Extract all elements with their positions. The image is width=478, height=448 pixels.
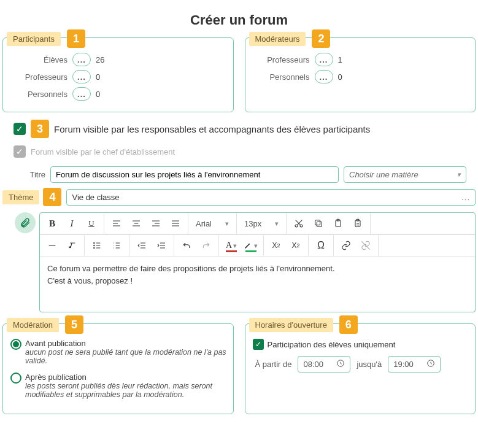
svg-point-10 <box>94 247 94 248</box>
visible-responsables-row: ✓ 3 Forum visible par les responsables e… <box>13 120 476 138</box>
mod-perso-count: 0 <box>338 72 342 82</box>
page-title: Créer un forum <box>2 12 476 28</box>
align-center-button[interactable] <box>128 215 145 231</box>
moderators-profs-row: Professeurs ... 1 <box>252 53 469 66</box>
copy-button[interactable] <box>310 215 327 231</box>
participants-eleves-row: Élèves ... 26 <box>9 53 227 66</box>
theme-value: Vie de classe <box>72 193 119 202</box>
svg-point-8 <box>94 242 94 243</box>
moderation-avant-title: Avant publication <box>25 339 227 348</box>
eleves-count: 26 <box>96 55 104 64</box>
unlink-button[interactable] <box>357 238 374 253</box>
profs-count: 0 <box>96 72 100 82</box>
from-label: À partir de <box>255 360 292 369</box>
moderation-avant-hint: aucun post ne sera publié tant que la mo… <box>25 348 227 365</box>
moderation-apres-hint: les posts seront publiés dès leur rédact… <box>25 382 227 399</box>
moderators-label: Modérateurs <box>249 32 306 46</box>
italic-button[interactable]: I <box>63 215 80 231</box>
time-to-input[interactable]: 19:00 <box>388 356 441 373</box>
time-from-value: 08:00 <box>303 360 323 369</box>
svg-point-1 <box>300 225 303 227</box>
underline-button[interactable]: U <box>83 215 100 231</box>
bold-button[interactable]: B <box>44 215 61 231</box>
mod-profs-picker-button[interactable]: ... <box>315 53 333 66</box>
participants-profs-row: Professeurs ... 0 <box>9 70 227 83</box>
ol-button[interactable] <box>108 238 125 253</box>
eleves-label: Élèves <box>9 55 67 64</box>
moderation-label: Modération <box>7 318 59 332</box>
link-button[interactable] <box>337 238 355 253</box>
rich-text-editor: B I U Arial▾ 13px▾ <box>39 212 476 312</box>
svg-point-0 <box>295 225 298 227</box>
cut-button[interactable] <box>290 215 307 231</box>
paste-text-button[interactable] <box>349 215 366 231</box>
editor-content[interactable]: Ce forum va permettre de faire des propo… <box>40 257 475 312</box>
mod-profs-label: Professeurs <box>252 55 310 64</box>
visible-chef-label: Forum visible par le chef d'établissemen… <box>31 147 175 156</box>
chevron-down-icon: ▾ <box>457 171 461 179</box>
eleves-picker-button[interactable]: ... <box>72 53 91 66</box>
undo-button[interactable] <box>178 238 195 253</box>
subject-select[interactable]: Choisir une matière ▾ <box>344 166 466 183</box>
title-label: Titre <box>21 170 45 179</box>
superscript-button[interactable]: X2 <box>287 238 304 253</box>
clock-icon <box>336 359 345 369</box>
hr-button[interactable] <box>44 238 61 253</box>
highlight-color-button[interactable]: ▾ <box>242 238 260 253</box>
moderation-avant-radio[interactable] <box>10 339 21 350</box>
mod-perso-label: Personnels <box>252 72 310 82</box>
step-badge-3: 3 <box>31 120 49 138</box>
profs-label: Professeurs <box>9 72 67 82</box>
editor-toolbar-2: A▾ ▾ X2 X2 Ω <box>40 234 475 257</box>
paperclip-icon <box>20 217 31 228</box>
subscript-button[interactable]: X2 <box>268 238 285 253</box>
text-color-button[interactable]: A▾ <box>223 238 240 253</box>
moderators-perso-row: Personnels ... 0 <box>252 70 469 83</box>
perso-count: 0 <box>96 90 100 99</box>
paste-button[interactable] <box>330 215 347 231</box>
special-char-button[interactable]: Ω <box>312 238 330 253</box>
title-input[interactable] <box>50 166 339 183</box>
visible-chef-checkbox[interactable]: ✓ <box>13 145 26 158</box>
time-from-input[interactable]: 08:00 <box>298 356 350 373</box>
perso-label: Personnels <box>9 90 67 99</box>
moderation-apres-title: Après publication <box>25 373 227 382</box>
participation-checkbox[interactable]: ✓ <box>253 339 264 350</box>
visible-responsables-checkbox[interactable]: ✓ <box>13 123 26 135</box>
svg-rect-3 <box>315 220 320 225</box>
ul-button[interactable] <box>88 238 106 253</box>
step-badge-6: 6 <box>339 315 358 334</box>
subject-placeholder: Choisir une matière <box>349 170 418 179</box>
indent-button[interactable] <box>153 238 170 253</box>
horaires-panel: Horaires d'ouverture 6 ✓ Participation d… <box>245 323 476 414</box>
step-badge-5: 5 <box>65 315 83 334</box>
attach-button[interactable] <box>15 212 36 233</box>
visible-responsables-label: Forum visible par les responsables et ac… <box>54 124 370 134</box>
moderators-panel: Modérateurs 2 Professeurs ... 1 Personne… <box>245 37 476 112</box>
horaires-label: Horaires d'ouverture <box>249 318 333 332</box>
perso-picker-button[interactable]: ... <box>72 87 91 101</box>
align-right-button[interactable] <box>147 215 164 231</box>
font-size-select[interactable]: 13px▾ <box>241 215 282 231</box>
clear-format-button[interactable] <box>63 238 80 253</box>
align-justify-button[interactable] <box>167 215 184 231</box>
theme-select[interactable]: Vie de classe ... <box>66 189 476 206</box>
editor-toolbar: B I U Arial▾ 13px▾ <box>40 213 475 234</box>
font-family-select[interactable]: Arial▾ <box>192 215 233 231</box>
content-line-2: C'est à vous, proposez ! <box>47 275 468 287</box>
outdent-button[interactable] <box>133 238 150 253</box>
to-label: jusqu'à <box>357 360 382 369</box>
mod-profs-count: 1 <box>338 55 342 64</box>
step-badge-1: 1 <box>67 29 85 48</box>
svg-point-9 <box>94 245 94 245</box>
profs-picker-button[interactable]: ... <box>72 70 91 83</box>
moderation-apres-radio[interactable] <box>10 373 21 384</box>
redo-button[interactable] <box>198 238 215 253</box>
mod-perso-picker-button[interactable]: ... <box>315 70 333 83</box>
content-line-1: Ce forum va permettre de faire des propo… <box>47 263 468 275</box>
participants-label: Participants <box>7 32 61 46</box>
participation-label: Participation des élèves uniquement <box>268 340 396 349</box>
participants-perso-row: Personnels ... 0 <box>9 87 227 101</box>
clock-icon <box>426 359 435 369</box>
align-left-button[interactable] <box>108 215 125 231</box>
